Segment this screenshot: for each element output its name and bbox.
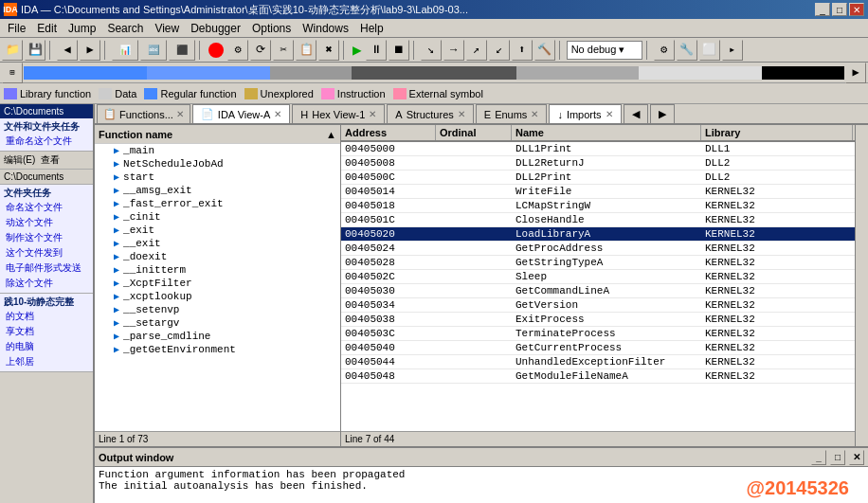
close-button[interactable]: ✕	[849, 3, 864, 16]
table-row[interactable]: 00405024 GetProcAddress KERNEL32	[341, 242, 855, 256]
col-ordinal[interactable]: Ordinal	[436, 125, 512, 140]
table-row[interactable]: 00405028 GetStringTypeA KERNEL32	[341, 256, 855, 270]
table-row[interactable]: 0040503C TerminateProcess KERNEL32	[341, 327, 855, 341]
toolbar-btn-9[interactable]: 📋	[296, 40, 316, 61]
toolbar-back[interactable]: ◀	[57, 40, 78, 61]
toolbar-btn-5[interactable]: ⬛	[169, 40, 195, 61]
output-maximize[interactable]: □	[830, 450, 845, 465]
table-row[interactable]: 00405040 GetCurrentProcess KERNEL32	[341, 341, 855, 355]
view-label[interactable]: 查看	[41, 153, 60, 167]
tab-ida-view[interactable]: 📄 IDA View-A ✕	[192, 104, 290, 123]
toolbar-btn-4[interactable]: 🔤	[140, 40, 167, 61]
table-row[interactable]: 00405038 ExitProcess KERNEL32	[341, 313, 855, 327]
function-row[interactable]: ▶__initterm	[95, 263, 340, 277]
table-row[interactable]: 00405000 DLL1Print DLL1	[341, 142, 855, 156]
toolbar-pause[interactable]: ⏸	[366, 40, 387, 61]
function-row[interactable]: ▶_parse_cmdline	[95, 330, 340, 343]
toolbar-btn-2[interactable]: 💾	[25, 40, 45, 61]
email-file-link[interactable]: 电子邮件形式发送	[4, 260, 89, 276]
menu-debugger[interactable]: Debugger	[185, 20, 246, 37]
enums-tab-close[interactable]: ✕	[531, 109, 538, 119]
table-row[interactable]: 0040502C Sleep KERNEL32	[341, 270, 855, 284]
tab-structures[interactable]: A Structures ✕	[387, 104, 473, 123]
delete-file-link[interactable]: 除这个文件	[4, 276, 89, 291]
table-row[interactable]: 00405018 LCMapStringW KERNEL32	[341, 199, 855, 213]
function-row[interactable]: ▶NetScheduleJobAd	[95, 157, 340, 171]
name-file-link[interactable]: 命名这个文件	[4, 200, 89, 215]
run-button[interactable]: ▶	[353, 41, 362, 60]
my-computer-link[interactable]: 的电脑	[4, 339, 89, 354]
function-row[interactable]: ▶_doexit	[95, 250, 340, 263]
function-row[interactable]: ▶_main	[95, 144, 340, 157]
table-row[interactable]: 00405014 WriteFile KERNEL32	[341, 185, 855, 199]
toolbar-btn-3[interactable]: 📊	[112, 40, 138, 61]
toolbar-btn-14[interactable]: ↙	[489, 40, 510, 61]
toolbar-btn-6[interactable]: ⚙	[227, 40, 248, 61]
toolbar-forward[interactable]: ▶	[80, 40, 100, 61]
output-close[interactable]: ✕	[849, 450, 864, 465]
scrollbar[interactable]	[855, 125, 868, 446]
minimize-button[interactable]: _	[815, 3, 830, 16]
structures-tab-close[interactable]: ✕	[458, 109, 465, 119]
toolbar-btn-18[interactable]: 🔧	[677, 40, 697, 61]
menu-file[interactable]: File	[2, 20, 31, 37]
tab-arrow-left[interactable]: ◀	[624, 104, 648, 123]
table-row[interactable]: 0040501C CloseHandle KERNEL32	[341, 213, 855, 227]
debug-dropdown[interactable]: No debug ▾	[567, 41, 642, 60]
function-row[interactable]: ▶start	[95, 171, 340, 184]
imports-tab-close[interactable]: ✕	[606, 109, 613, 119]
table-row[interactable]: 00405034 GetVersion KERNEL32	[341, 298, 855, 313]
network-link[interactable]: 上邻居	[4, 354, 89, 369]
tab-hex-view[interactable]: H Hex View-1 ✕	[292, 104, 385, 123]
toolbar-btn-17[interactable]: ⚙	[654, 40, 675, 61]
tab-enums[interactable]: E Enums ✕	[476, 104, 548, 123]
function-row[interactable]: ▶_getGetEnvironment	[95, 343, 340, 356]
maximize-button[interactable]: □	[832, 3, 847, 16]
function-row[interactable]: ▶_fast_error_exit	[95, 197, 340, 210]
function-row[interactable]: ▶_XcptFilter	[95, 277, 340, 290]
output-minimize[interactable]: _	[811, 450, 826, 465]
toolbar-btn-1[interactable]: 📁	[2, 40, 23, 61]
copy-file-link[interactable]: 制作这个文件	[4, 230, 89, 245]
menu-search[interactable]: Search	[101, 20, 149, 37]
menu-windows[interactable]: Windows	[297, 20, 354, 37]
table-row[interactable]: 00405008 DLL2ReturnJ DLL2	[341, 156, 855, 171]
nav-btn-2[interactable]: ▶	[845, 63, 866, 83]
table-row[interactable]: 0040500C DLL2Print DLL2	[341, 171, 855, 185]
toolbar-btn-13[interactable]: ↗	[466, 40, 487, 61]
toolbar-btn-16[interactable]: 🔨	[534, 40, 555, 61]
function-row[interactable]: ▶_cinit	[95, 210, 340, 224]
toolbar-btn-15[interactable]: ⬆	[512, 40, 533, 61]
toolbar-btn-8[interactable]: ✂	[273, 40, 294, 61]
toolbar-btn-11[interactable]: ↘	[421, 40, 442, 61]
tab-imports[interactable]: ↓ Imports ✕	[549, 104, 621, 123]
function-row[interactable]: ▶__setargv	[95, 316, 340, 330]
menu-jump[interactable]: Jump	[63, 20, 101, 37]
publish-file-link[interactable]: 这个文件发到	[4, 245, 89, 260]
function-row[interactable]: ▶_exit	[95, 224, 340, 237]
functions-tab-close[interactable]: ✕	[176, 109, 184, 119]
table-row[interactable]: 00405044 UnhandledExceptionFilter KERNEL…	[341, 355, 855, 369]
menu-options[interactable]: Options	[246, 20, 297, 37]
shared-docs-link[interactable]: 享文档	[4, 324, 89, 339]
table-row[interactable]: 00405020 LoadLibraryA KERNEL32	[341, 227, 855, 242]
col-name[interactable]: Name	[512, 125, 701, 140]
my-docs-link[interactable]: 的文档	[4, 309, 89, 324]
function-row[interactable]: ▶__setenvp	[95, 303, 340, 316]
menu-help[interactable]: Help	[354, 20, 389, 37]
function-row[interactable]: ▶__exit	[95, 237, 340, 250]
ida-tab-close[interactable]: ✕	[274, 109, 281, 119]
toolbar-btn-10[interactable]: ✖	[318, 40, 339, 61]
nav-btn-1[interactable]: ⊞	[2, 63, 23, 83]
function-row[interactable]: ▶__amsg_exit	[95, 184, 340, 197]
toolbar-btn-20[interactable]: ▸	[722, 40, 743, 61]
toolbar-btn-12[interactable]: →	[443, 40, 464, 61]
toolbar-stop[interactable]: ⏹	[389, 40, 409, 61]
menu-view[interactable]: View	[149, 20, 185, 37]
tab-arrow-right[interactable]: ▶	[650, 104, 675, 123]
menu-edit[interactable]: Edit	[31, 20, 63, 37]
toolbar-btn-7[interactable]: ⟳	[250, 40, 271, 61]
tab-functions[interactable]: 📋 Functions... ✕	[97, 104, 190, 123]
table-row[interactable]: 00405030 GetCommandLineA KERNEL32	[341, 284, 855, 298]
toolbar-btn-19[interactable]: ⬜	[699, 40, 720, 61]
